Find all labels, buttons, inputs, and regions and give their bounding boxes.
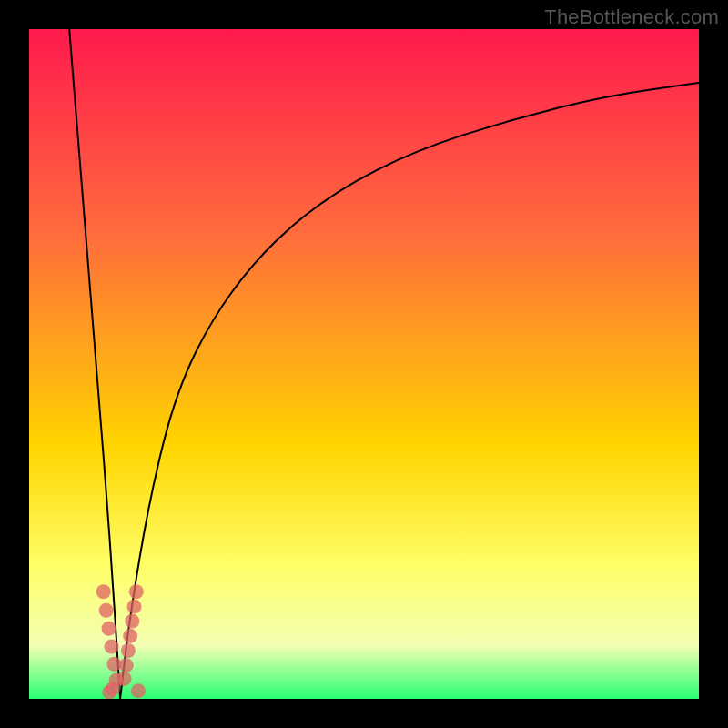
data-marker xyxy=(127,599,142,613)
gradient-background xyxy=(29,29,699,699)
data-marker xyxy=(96,584,111,599)
data-marker xyxy=(105,640,119,654)
plot-area xyxy=(29,29,699,699)
data-marker xyxy=(117,672,132,686)
chart-svg xyxy=(29,29,699,699)
data-marker xyxy=(129,584,144,599)
data-marker xyxy=(119,658,134,672)
data-marker xyxy=(123,629,137,643)
data-marker xyxy=(102,622,116,636)
chart-frame: TheBottleneck.com xyxy=(0,0,728,728)
data-marker xyxy=(99,603,114,618)
data-marker xyxy=(102,685,116,699)
data-marker xyxy=(121,643,136,658)
data-marker xyxy=(125,614,139,629)
watermark-text: TheBottleneck.com xyxy=(544,5,719,29)
data-marker xyxy=(131,683,146,698)
